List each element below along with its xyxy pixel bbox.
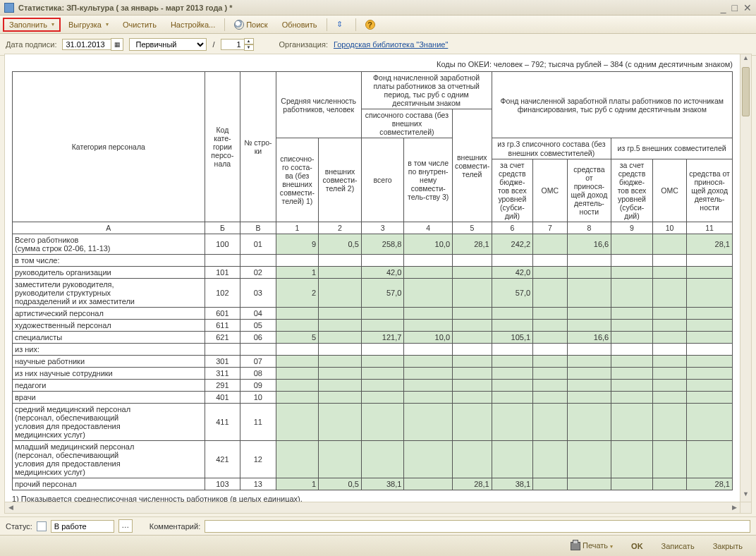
cell[interactable] <box>492 356 533 368</box>
cell[interactable] <box>687 308 733 320</box>
cell[interactable] <box>404 404 453 441</box>
table-row[interactable]: руководитель организации 101 02 1 42,0 4… <box>13 267 733 279</box>
cell[interactable] <box>533 332 567 344</box>
cell[interactable]: 0,5 <box>319 234 362 255</box>
table-row[interactable]: из них научные сотрудники 311 08 <box>13 368 733 380</box>
cell[interactable] <box>687 320 733 332</box>
table-row[interactable]: научные работники 301 07 <box>13 356 733 368</box>
cell[interactable] <box>276 441 319 478</box>
cell[interactable] <box>611 234 653 255</box>
ok-button[interactable]: OK <box>623 539 651 553</box>
cell[interactable] <box>533 356 567 368</box>
cell[interactable] <box>687 356 733 368</box>
cell[interactable] <box>687 404 733 441</box>
cell[interactable] <box>361 380 404 392</box>
cell[interactable]: 38,1 <box>492 478 533 490</box>
cell[interactable] <box>652 380 686 392</box>
cell[interactable] <box>687 368 733 380</box>
cell[interactable] <box>276 320 319 332</box>
comment-field[interactable] <box>205 520 750 533</box>
scroll-right-icon[interactable]: ▶ <box>728 502 740 513</box>
cell[interactable] <box>533 234 567 255</box>
cell[interactable] <box>533 320 567 332</box>
table-row[interactable]: младший медицинский персонал(персонал, о… <box>13 441 733 478</box>
cell[interactable] <box>404 380 453 392</box>
cell[interactable] <box>453 380 492 392</box>
help-button[interactable]: ? <box>359 17 382 32</box>
cell[interactable] <box>492 380 533 392</box>
cell[interactable] <box>533 368 567 380</box>
scroll-left-icon[interactable]: ◀ <box>5 502 16 513</box>
cell[interactable]: 28,1 <box>453 478 492 490</box>
org-link[interactable]: Городская библиотека "Знание" <box>334 40 448 49</box>
cell[interactable] <box>567 267 611 279</box>
table-row[interactable]: в том числе: <box>13 255 733 267</box>
cell[interactable] <box>404 392 453 404</box>
cell[interactable] <box>533 308 567 320</box>
cell[interactable] <box>687 441 733 478</box>
cell[interactable] <box>361 356 404 368</box>
cell[interactable] <box>404 478 453 490</box>
cell[interactable] <box>492 308 533 320</box>
cell[interactable] <box>319 441 362 478</box>
cell[interactable] <box>611 320 653 332</box>
cell[interactable] <box>533 380 567 392</box>
scroll-up-icon[interactable]: ▲ <box>740 54 751 66</box>
cell[interactable] <box>611 368 653 380</box>
cell[interactable] <box>687 267 733 279</box>
cell[interactable] <box>652 356 686 368</box>
cell[interactable] <box>361 308 404 320</box>
save-button[interactable]: Записать <box>654 539 702 553</box>
close-window-button[interactable]: ✕ <box>743 3 752 13</box>
sort-button[interactable]: ⇕ <box>330 17 353 32</box>
scroll-down-icon[interactable]: ▼ <box>740 490 751 502</box>
cell[interactable] <box>611 279 653 308</box>
cell[interactable]: 10,0 <box>404 234 453 255</box>
cell[interactable] <box>567 392 611 404</box>
cell[interactable]: 10,0 <box>404 332 453 344</box>
cell[interactable] <box>533 267 567 279</box>
spin-down[interactable]: ▼ <box>244 44 254 51</box>
cell[interactable] <box>611 308 653 320</box>
cell[interactable]: 9 <box>276 234 319 255</box>
table-row[interactable]: артистический персонал 601 04 <box>13 308 733 320</box>
cell[interactable] <box>611 267 653 279</box>
cell[interactable] <box>533 441 567 478</box>
cell[interactable] <box>652 320 686 332</box>
cell[interactable] <box>652 478 686 490</box>
maximize-button[interactable]: □ <box>732 3 738 13</box>
cell[interactable] <box>404 441 453 478</box>
cell[interactable] <box>453 404 492 441</box>
cell[interactable] <box>652 441 686 478</box>
cell[interactable]: 57,0 <box>361 279 404 308</box>
table-row[interactable]: художественный персонал 611 05 <box>13 320 733 332</box>
cell[interactable] <box>652 332 686 344</box>
cell[interactable] <box>567 279 611 308</box>
cell[interactable]: 42,0 <box>492 267 533 279</box>
table-row[interactable]: заместители руководителя,руководители ст… <box>13 279 733 308</box>
vertical-scrollbar[interactable]: ▲ ▼ <box>740 54 751 502</box>
cell[interactable] <box>276 368 319 380</box>
cell[interactable] <box>611 441 653 478</box>
table-row[interactable]: средний медицинский персонал(персонал, о… <box>13 404 733 441</box>
cell[interactable] <box>492 441 533 478</box>
table-row[interactable]: Всего работников(сумма строк 02-06, 11-1… <box>13 234 733 255</box>
cell[interactable] <box>687 392 733 404</box>
cell[interactable] <box>276 404 319 441</box>
cell[interactable] <box>533 392 567 404</box>
cell[interactable] <box>687 332 733 344</box>
cell[interactable] <box>404 279 453 308</box>
cell[interactable]: 121,7 <box>361 332 404 344</box>
cell[interactable]: 28,1 <box>453 234 492 255</box>
close-button[interactable]: Закрыть <box>705 539 750 553</box>
cell[interactable]: 1 <box>276 478 319 490</box>
cell[interactable] <box>533 404 567 441</box>
cell[interactable] <box>652 234 686 255</box>
cell[interactable] <box>652 279 686 308</box>
cell[interactable] <box>453 332 492 344</box>
cell[interactable] <box>533 279 567 308</box>
cell[interactable] <box>361 404 404 441</box>
cell[interactable]: 16,6 <box>567 332 611 344</box>
clear-button[interactable]: Очистить <box>116 18 163 32</box>
scroll-thumb[interactable] <box>742 67 750 116</box>
